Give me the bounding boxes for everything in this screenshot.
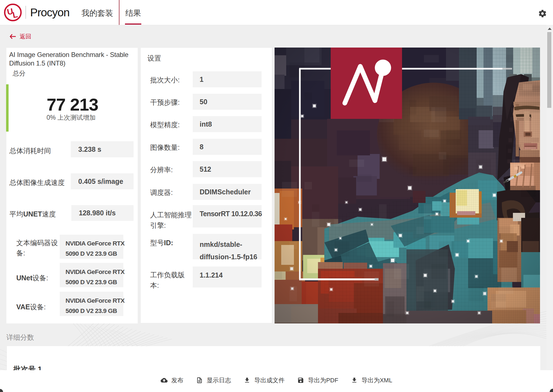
svg-text:L: L bbox=[12, 10, 19, 20]
